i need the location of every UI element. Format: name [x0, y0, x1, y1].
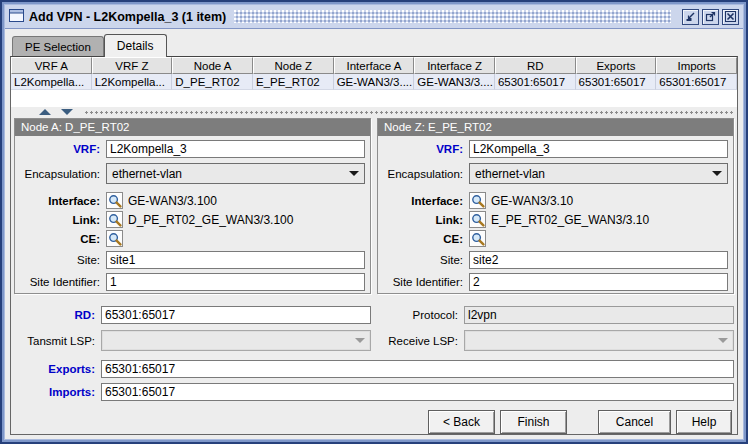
imports-field[interactable]: [101, 383, 734, 401]
cell-vrf-z[interactable]: L2Kompella...: [92, 74, 173, 90]
link-label-z: Link:: [382, 214, 469, 226]
rd-label: RD:: [14, 309, 101, 321]
cell-node-z[interactable]: E_PE_RT02: [253, 74, 334, 90]
transmit-lsp-select: [101, 330, 371, 351]
column-header-node-z[interactable]: Node Z: [253, 57, 334, 74]
help-button[interactable]: Help: [676, 410, 732, 434]
cancel-button[interactable]: Cancel: [598, 410, 671, 434]
exports-field[interactable]: [101, 360, 734, 378]
link-label-a: Link:: [19, 214, 106, 226]
dialog-content: PE Selection Details VRF A VRF Z Node A …: [5, 29, 743, 439]
cell-interface-z[interactable]: GE-WAN3/3....: [414, 74, 495, 90]
vrf-field-a[interactable]: [106, 140, 365, 158]
column-header-interface-a[interactable]: Interface A: [334, 57, 415, 74]
minimize-button[interactable]: [682, 9, 699, 25]
node-a-panel-title: Node A: D_PE_RT02: [15, 119, 370, 136]
link-value-a: D_PE_RT02_GE_WAN3/3.100: [128, 213, 293, 227]
site-field-a[interactable]: [106, 251, 365, 269]
tab-details[interactable]: Details: [104, 34, 167, 57]
site-identifier-field-z[interactable]: [469, 273, 728, 291]
maximize-button[interactable]: [702, 9, 719, 25]
add-vpn-dialog: Add VPN - L2Kompella_3 (1 item) PE Selec…: [0, 0, 748, 444]
site-field-z[interactable]: [469, 251, 728, 269]
encapsulation-select-a[interactable]: ethernet-vlan: [106, 163, 365, 184]
dialog-frame: Add VPN - L2Kompella_3 (1 item) PE Selec…: [4, 4, 744, 440]
encapsulation-select-z[interactable]: ethernet-vlan: [469, 163, 728, 184]
column-header-vrf-a[interactable]: VRF A: [11, 57, 92, 74]
interface-label-a: Interface:: [19, 195, 106, 207]
node-a-panel: Node A: D_PE_RT02 VRF: Encapsulation: et…: [14, 118, 371, 294]
chevron-down-icon: [712, 171, 722, 176]
chevron-down-icon: [718, 338, 728, 343]
titlebar[interactable]: Add VPN - L2Kompella_3 (1 item): [5, 5, 743, 29]
finish-button[interactable]: Finish: [500, 410, 567, 434]
back-button[interactable]: < Back: [428, 410, 495, 434]
table-header-row: VRF A VRF Z Node A Node Z Interface A In…: [11, 57, 737, 74]
vpn-table: VRF A VRF Z Node A Node Z Interface A In…: [11, 57, 737, 107]
link-lookup-button-z[interactable]: [469, 211, 486, 228]
vrf-field-z[interactable]: [469, 140, 728, 158]
cell-exports[interactable]: 65301:65017: [576, 74, 657, 90]
column-header-node-a[interactable]: Node A: [172, 57, 253, 74]
encapsulation-label-a: Encapsulation:: [19, 168, 106, 180]
tab-bar: PE Selection Details: [12, 32, 738, 56]
column-header-interface-z[interactable]: Interface Z: [414, 57, 495, 74]
node-z-panel: Node Z: E_PE_RT02 VRF: Encapsulation: et…: [377, 118, 734, 294]
link-lookup-button-a[interactable]: [106, 211, 123, 228]
exports-label: Exports:: [14, 363, 101, 375]
chevron-down-icon: [349, 171, 359, 176]
cell-interface-a[interactable]: GE-WAN3/3....: [334, 74, 415, 90]
window-title: Add VPN - L2Kompella_3 (1 item): [29, 10, 226, 24]
ce-lookup-button-a[interactable]: [106, 230, 123, 247]
search-icon: [108, 194, 122, 208]
site-label-a: Site:: [19, 254, 106, 266]
transmit-lsp-label: Tansmit LSP:: [14, 335, 101, 347]
interface-value-a: GE-WAN3/3.100: [128, 194, 217, 208]
cell-rd[interactable]: 65301:65017: [495, 74, 576, 90]
search-icon: [108, 232, 122, 246]
vrf-label-a: VRF:: [19, 143, 106, 155]
ce-lookup-button-z[interactable]: [469, 230, 486, 247]
details-form: Node A: D_PE_RT02 VRF: Encapsulation: et…: [11, 116, 737, 434]
link-value-z: E_PE_RT02_GE_WAN3/3.10: [491, 213, 649, 227]
encapsulation-label-z: Encapsulation:: [382, 168, 469, 180]
split-pane-divider[interactable]: [11, 107, 737, 116]
site-identifier-field-a[interactable]: [106, 273, 365, 291]
search-icon: [471, 194, 485, 208]
titlebar-texture: [234, 10, 671, 23]
interface-value-z: GE-WAN3/3.10: [491, 194, 573, 208]
rd-field[interactable]: [101, 306, 371, 324]
column-header-exports[interactable]: Exports: [576, 57, 657, 74]
details-tab-panel: VRF A VRF Z Node A Node Z Interface A In…: [10, 56, 738, 435]
interface-lookup-button-a[interactable]: [106, 192, 123, 209]
table-row[interactable]: L2Kompella... L2Kompella... D_PE_RT02 E_…: [11, 74, 737, 90]
collapse-down-icon[interactable]: [61, 109, 73, 115]
node-z-panel-title: Node Z: E_PE_RT02: [378, 119, 733, 136]
site-label-z: Site:: [382, 254, 469, 266]
site-identifier-label-a: Site Identifier:: [19, 276, 106, 288]
protocol-field: [464, 306, 734, 324]
divider-grip[interactable]: [85, 110, 733, 114]
column-header-rd[interactable]: RD: [495, 57, 576, 74]
site-identifier-label-z: Site Identifier:: [382, 276, 469, 288]
chevron-down-icon: [355, 338, 365, 343]
tab-pe-selection[interactable]: PE Selection: [12, 36, 104, 56]
ce-label-a: CE:: [19, 233, 106, 245]
ce-label-z: CE:: [382, 233, 469, 245]
cell-vrf-a[interactable]: L2Kompella...: [11, 74, 92, 90]
interface-label-z: Interface:: [382, 195, 469, 207]
vrf-label-z: VRF:: [382, 143, 469, 155]
search-icon: [471, 213, 485, 227]
column-header-vrf-z[interactable]: VRF Z: [92, 57, 173, 74]
close-button[interactable]: [722, 9, 739, 25]
search-icon: [471, 232, 485, 246]
cell-imports[interactable]: 65301:65017: [656, 74, 737, 90]
cell-node-a[interactable]: D_PE_RT02: [172, 74, 253, 90]
column-header-imports[interactable]: Imports: [656, 57, 737, 74]
search-icon: [108, 213, 122, 227]
interface-lookup-button-z[interactable]: [469, 192, 486, 209]
collapse-up-icon[interactable]: [39, 109, 51, 115]
window-icon: [9, 9, 24, 24]
protocol-label: Protocol:: [377, 309, 464, 321]
wizard-button-bar: < Back Finish Cancel Help: [14, 410, 734, 434]
